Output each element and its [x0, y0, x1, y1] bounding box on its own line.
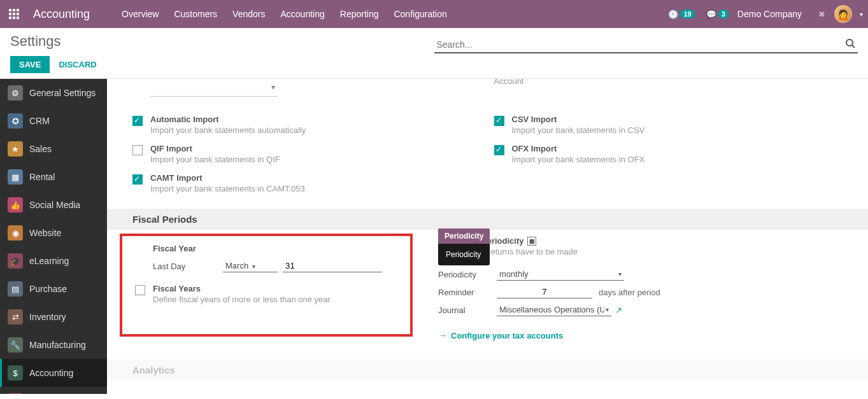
settings-sidebar[interactable]: ⚙General Settings✪CRM★Sales▦Rental👍Socia… [0, 79, 107, 394]
desc-qif-import: Import your bank statements in QIF [150, 155, 481, 164]
calculator-icon[interactable]: ▦ [527, 237, 536, 246]
search-wrapper [434, 37, 858, 53]
sidebar-item-crm[interactable]: ✪CRM [0, 107, 107, 135]
svg-rect-0 [9, 9, 11, 11]
chevron-down-icon: ▾ [618, 270, 622, 277]
checkbox-camt-import[interactable] [132, 174, 143, 185]
save-button[interactable]: SAVE [10, 56, 50, 73]
settings-content[interactable]: Account Automatic Import Import your ban… [107, 79, 868, 394]
sidebar-item-rental[interactable]: ▦Rental [0, 163, 107, 191]
svg-rect-2 [17, 9, 19, 11]
journal-value: Miscellaneous Operations (U [499, 305, 604, 314]
chevron-down-icon: ▾ [606, 306, 609, 313]
sidebar-item-elearning[interactable]: 🎓eLearning [0, 247, 107, 275]
setting-ofx-import: OFX Import Import your bank statements i… [494, 144, 843, 164]
tooltip-header: Periodicity [438, 228, 490, 244]
checkbox-automatic-import[interactable] [132, 116, 143, 126]
svg-line-10 [852, 45, 855, 48]
svg-rect-1 [13, 9, 15, 11]
sidebar-item-label: CRM [29, 116, 50, 126]
sidebar-item-social-media[interactable]: 👍Social Media [0, 191, 107, 219]
svg-rect-5 [17, 13, 19, 15]
svg-rect-4 [13, 13, 15, 15]
input-reminder-days[interactable] [497, 286, 592, 298]
messages-button[interactable]: 💬 3 [704, 8, 731, 20]
label-journal: Journal [438, 305, 497, 315]
sidebar-icon: 👍 [8, 197, 23, 213]
sidebar-item-label: Social Media [29, 200, 80, 210]
search-input[interactable] [434, 37, 858, 52]
sidebar-icon: ⚙ [8, 85, 23, 101]
nav-reporting[interactable]: Reporting [334, 5, 385, 23]
desc-fiscal-years: Define fiscal years of more or less than… [153, 295, 397, 304]
label-fiscal-year: Fiscal Year [153, 244, 397, 253]
chevron-down-icon: ▾ [806, 11, 809, 18]
checkbox-csv-import[interactable] [494, 116, 504, 126]
activities-button[interactable]: 🕘 19 [665, 8, 697, 20]
sidebar-item-label: General Settings [29, 88, 96, 98]
sidebar-icon: ◉ [8, 225, 23, 241]
svg-point-9 [846, 39, 853, 46]
arrow-right-icon: → [438, 330, 447, 340]
select-periodicity[interactable]: monthly ▾ [497, 268, 624, 281]
debug-icon[interactable]: ✖ [815, 8, 828, 20]
sidebar-item-label: Sales [29, 144, 52, 154]
sidebar-icon: ★ [8, 141, 23, 157]
apps-menu-icon[interactable] [5, 5, 23, 23]
select-journal[interactable]: Miscellaneous Operations (U ▾ [497, 304, 611, 316]
desc-ofx-import: Import your bank statements in OFX [512, 155, 843, 164]
nav-customers[interactable]: Customers [167, 5, 224, 23]
nav-vendors[interactable]: Vendors [226, 5, 271, 23]
page-title: Settings [10, 33, 434, 50]
link-configure-tax-accounts[interactable]: → Configure your tax accounts [438, 330, 843, 340]
label-periodicity-field: Periodicity [438, 270, 497, 279]
user-avatar[interactable]: 🙍 [834, 5, 852, 23]
setting-csv-import: CSV Import Import your bank statements i… [494, 115, 843, 135]
sidebar-item-website[interactable]: ◉Website [0, 219, 107, 247]
checkbox-qif-import[interactable] [132, 145, 143, 155]
discard-button[interactable]: DISCARD [56, 56, 99, 73]
sidebar-icon: ▤ [8, 281, 23, 297]
sidebar-item-sales[interactable]: ★Sales [0, 135, 107, 163]
label-fiscal-years: Fiscal Years [153, 284, 397, 293]
nav-accounting[interactable]: Accounting [274, 5, 331, 23]
truncated-select[interactable] [150, 81, 278, 97]
sidebar-icon: 👥 [8, 393, 23, 394]
nav-links: Overview Customers Vendors Accounting Re… [115, 5, 453, 23]
label-last-day: Last Day [153, 262, 210, 271]
app-title[interactable]: Accounting [33, 8, 90, 21]
periodicity-tooltip: Periodicity Periodicity [438, 228, 490, 265]
sidebar-item-label: Manufacturing [29, 340, 86, 350]
sidebar-item-manufacturing[interactable]: 🔧Manufacturing [0, 331, 107, 359]
sidebar-item-general-settings[interactable]: ⚙General Settings [0, 79, 107, 107]
company-switcher[interactable]: Demo Company ▾ [737, 9, 809, 19]
journal-external-link-icon[interactable]: ↗ [615, 305, 622, 315]
sidebar-icon: 🎓 [8, 253, 23, 269]
sidebar-item-purchase[interactable]: ▤Purchase [0, 275, 107, 303]
sidebar-icon: ⇄ [8, 309, 23, 325]
sidebar-icon: ▦ [8, 169, 23, 185]
messages-count: 3 [718, 10, 729, 18]
desc-automatic-import: Import your bank statements automaticall… [150, 125, 481, 135]
svg-rect-3 [9, 13, 11, 15]
checkbox-ofx-import[interactable] [494, 145, 504, 155]
sidebar-icon: ✪ [8, 113, 23, 129]
tooltip-body: Periodicity [438, 244, 490, 265]
checkbox-fiscal-years[interactable] [135, 285, 145, 295]
truncated-account-label: Account [494, 79, 843, 86]
sidebar-item-accounting[interactable]: $Accounting [0, 359, 107, 387]
desc-periodicity-trunc: x returns have to be made [481, 247, 843, 256]
input-fiscal-day[interactable] [283, 260, 382, 272]
configure-tax-label: Configure your tax accounts [451, 331, 563, 340]
nav-configuration[interactable]: Configuration [387, 5, 453, 23]
search-icon[interactable] [845, 38, 855, 50]
nav-overview[interactable]: Overview [115, 5, 165, 23]
user-menu-caret[interactable]: ▾ [860, 11, 863, 18]
select-fiscal-month[interactable]: March ▾ [223, 260, 278, 272]
sidebar-item-label: Accounting [29, 368, 73, 378]
sidebar-item-inventory[interactable]: ⇄Inventory [0, 303, 107, 331]
setting-qif-import: QIF Import Import your bank statements i… [132, 144, 481, 164]
setting-fiscal-years: Fiscal Years Define fiscal years of more… [135, 284, 397, 304]
sidebar-item-label: Website [29, 228, 61, 238]
sidebar-item-payroll[interactable]: 👥Payroll [0, 387, 107, 394]
